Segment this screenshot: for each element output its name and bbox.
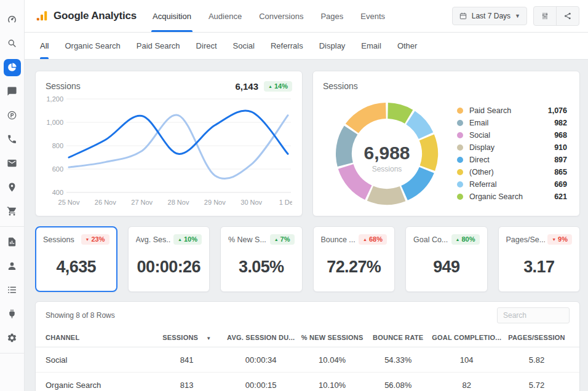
channel-filter-direct[interactable]: Direct	[188, 33, 225, 59]
kpi-change-badge: ▲10%	[173, 234, 202, 245]
donut-segment-other[interactable]	[427, 138, 430, 168]
kpi-value: 4,635	[43, 258, 109, 277]
kpi-card-avg-ses[interactable]: Avg. Ses...▲10%00:00:26	[128, 226, 210, 292]
kpi-card-pages-se[interactable]: Pages/Se...▼9%3.17	[498, 226, 581, 292]
donut-segment-referral[interactable]	[410, 117, 426, 135]
kpi-card-sessions[interactable]: Sessions▼23%4,635	[35, 226, 117, 292]
legend-item-paid-search[interactable]: Paid Search1,076	[457, 105, 567, 117]
svg-text:27 Nov: 27 Nov	[131, 199, 153, 206]
donut-segment-email[interactable]	[344, 130, 351, 165]
tab-conversions[interactable]: Conversions	[250, 0, 312, 32]
sessions-line-card: Sessions 6,143 ▲ 14% 4006008001,0001,200…	[35, 71, 303, 216]
sidebar-item-pie-chart[interactable]	[0, 55, 25, 79]
legend-label: (Other)	[469, 168, 494, 176]
table-row-social[interactable]: Social84100:00:3410.04%54.33%1045.82	[36, 347, 579, 373]
legend-value: 1,076	[548, 106, 567, 115]
legend-dot	[457, 108, 463, 114]
sidebar-item-dashboard[interactable]	[0, 7, 25, 31]
tab-pages[interactable]: Pages	[312, 0, 352, 32]
table-cell: Social	[46, 355, 150, 365]
channel-filter-email[interactable]: Email	[353, 33, 389, 59]
kpi-change-value: 23%	[91, 236, 105, 243]
date-range-button[interactable]: Last 7 Days ▼	[452, 7, 527, 25]
channel-subnav: AllOrganic SearchPaid SearchDirectSocial…	[25, 33, 588, 60]
sidebar-item-mail[interactable]	[0, 151, 25, 175]
gear-icon	[4, 330, 21, 347]
column-header-goal-completio[interactable]: GOAL COMPLETIO...	[430, 334, 504, 341]
donut-segment-paid-search[interactable]	[352, 111, 386, 128]
legend-item-organic-search[interactable]: Organic Search621	[457, 191, 567, 203]
kpi-label: Sessions	[43, 235, 74, 244]
table-cell: 5.82	[504, 355, 570, 365]
kpi-card-header: % New S...▲7%	[228, 234, 295, 245]
column-header-new-sessions[interactable]: % NEW SESSIONS	[298, 334, 367, 341]
column-header-avg-session-du[interactable]: AVG. SESSION DU...	[224, 334, 298, 341]
column-header-channel[interactable]: CHANNEL	[46, 334, 150, 341]
table-cell: 82	[430, 381, 504, 390]
legend-dot	[457, 169, 463, 175]
table-body: Social84100:00:3410.04%54.33%1045.82Orga…	[36, 347, 579, 391]
legend-dot	[457, 144, 463, 151]
pinterest-icon	[4, 107, 21, 124]
sidebar-item-plug[interactable]	[0, 302, 25, 326]
legend-item-social[interactable]: Social968	[457, 129, 567, 141]
tab-acquisition[interactable]: Acquisition	[144, 0, 200, 32]
table-search-input[interactable]	[497, 307, 570, 323]
table-cell: 10.04%	[298, 355, 367, 365]
location-icon	[4, 179, 21, 196]
legend-value: 865	[554, 168, 567, 176]
channel-filter-referrals[interactable]: Referrals	[263, 33, 311, 59]
kpi-change-value: 7%	[280, 236, 290, 243]
sidebar-item-cart[interactable]	[0, 199, 25, 223]
channel-filter-other[interactable]: Other	[389, 33, 426, 59]
phone-icon	[4, 131, 21, 148]
sidebar-item-report[interactable]	[0, 230, 25, 254]
channel-filter-organic-search[interactable]: Organic Search	[57, 33, 128, 59]
legend-value: 897	[554, 156, 567, 164]
kpi-card-new-s[interactable]: % New S...▲7%3.05%	[220, 226, 303, 292]
legend-item-direct[interactable]: Direct897	[457, 154, 567, 166]
sidebar-item-chat[interactable]	[0, 79, 25, 103]
sidebar-item-phone[interactable]	[0, 127, 25, 151]
sidebar-item-checklist[interactable]	[0, 278, 25, 302]
line-card-title: Sessions	[46, 81, 81, 91]
table-header-row: CHANNELSESSIONS▼AVG. SESSION DU...% NEW …	[36, 328, 579, 347]
donut-card-header: Sessions	[323, 79, 570, 93]
channel-filter-paid-search[interactable]: Paid Search	[129, 33, 188, 59]
channel-filter-social[interactable]: Social	[225, 33, 263, 59]
kpi-change-value: 68%	[369, 236, 383, 243]
share-button[interactable]	[556, 7, 579, 25]
donut-segment-direct[interactable]	[405, 170, 427, 193]
channel-filter-all[interactable]: All	[32, 33, 57, 59]
legend-value: 910	[554, 143, 567, 152]
kpi-card-bounce[interactable]: Bounce ...▲68%72.27%	[313, 226, 395, 292]
legend-item-other[interactable]: (Other)865	[457, 166, 567, 178]
tab-events[interactable]: Events	[352, 0, 394, 32]
donut-segment-display[interactable]	[370, 194, 403, 197]
kpi-label: Bounce ...	[321, 235, 356, 244]
table-row-organic-search[interactable]: Organic Search81300:00:1510.10%56.08%825…	[36, 373, 579, 391]
sidebar-item-search[interactable]	[0, 31, 25, 55]
kpi-card-goal-co[interactable]: Goal Co...▲80%949	[405, 226, 488, 292]
legend-item-display[interactable]: Display910	[457, 141, 567, 154]
donut-segment-organic-search[interactable]	[388, 111, 409, 117]
sidebar-divider	[0, 353, 25, 353]
table-cell: 00:00:15	[224, 381, 298, 390]
legend-item-email[interactable]: Email982	[457, 117, 567, 129]
tab-audience[interactable]: Audience	[200, 0, 250, 32]
column-header-bounce-rate[interactable]: BOUNCE RATE	[367, 334, 430, 341]
table-cell: 56.08%	[367, 381, 430, 390]
sidebar-item-pinterest[interactable]	[0, 103, 25, 127]
legend-item-referral[interactable]: Referral669	[457, 178, 567, 191]
kpi-change-badge: ▲80%	[451, 234, 480, 245]
sessions-donut-card: Sessions 6,988Sessions Paid Search1,076E…	[312, 71, 580, 216]
column-header-pages-session[interactable]: PAGES/SESSION	[504, 334, 570, 341]
sidebar-item-gear[interactable]	[0, 326, 25, 350]
donut-segment-social[interactable]	[346, 167, 368, 192]
column-header-sessions[interactable]: SESSIONS▼	[150, 334, 224, 341]
sidebar-item-location[interactable]	[0, 175, 25, 199]
filter-settings-button[interactable]	[534, 7, 556, 25]
sidebar-item-person[interactable]	[0, 254, 25, 278]
kpi-change-value: 10%	[184, 236, 197, 243]
channel-filter-display[interactable]: Display	[311, 33, 354, 59]
